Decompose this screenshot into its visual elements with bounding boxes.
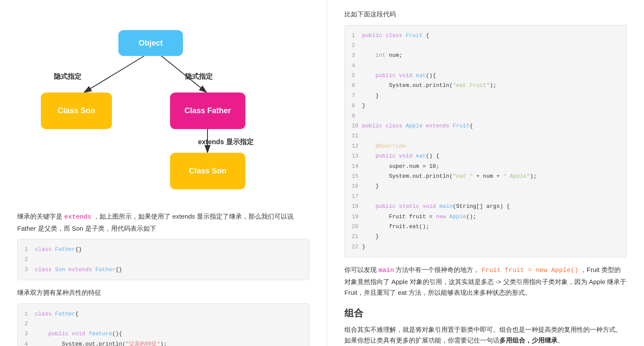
code-line: 1 class Father{}: [25, 244, 302, 254]
label-implicit-left: 隐式指定: [54, 72, 81, 81]
class-son-right-box: Class Son: [170, 153, 245, 189]
code-line: 15 System.out.println("eat " + num + " A…: [352, 171, 619, 181]
inheritance-feature-text: 继承双方拥有某种共性的特征: [17, 287, 310, 298]
code-line: 21 }: [352, 232, 619, 241]
code-line: 9: [352, 111, 619, 121]
code-line: 10 public class Apple extends Fruit{: [352, 121, 619, 131]
code-line: 5 public void eat(){: [352, 71, 619, 80]
intro-text: 比如下面这段代码: [344, 9, 627, 20]
combination-title: 组合: [344, 307, 627, 320]
object-box: Object: [118, 30, 183, 56]
code-line: 7 }: [352, 91, 619, 101]
right-panel: 比如下面这段代码 1 public class Fruit { 2 3 int …: [327, 0, 644, 346]
code-line: 1 class Father{: [25, 309, 302, 319]
code-line: 19 Fruit fruit = new Apple();: [352, 212, 619, 222]
code-line: 8 }: [352, 101, 619, 111]
code-line: 12 @Override: [352, 141, 619, 151]
code-block-1: 1 class Father{} 2 3 class Son extends F…: [17, 239, 310, 280]
label-implicit-right: 隐式指定: [185, 72, 213, 81]
inheritance-diagram: Object 隐式指定 隐式指定 Class Son Class Father …: [17, 9, 310, 202]
code-line: 20 fruit.eat();: [352, 222, 619, 232]
combination-text: 组合其实不难理解，就是将对象引用置于新类中即可。组合也是一种提高类的复用性的一种…: [344, 324, 627, 346]
code-line: 14 super.num = 10;: [352, 161, 619, 171]
code-line: 1 public class Fruit {: [352, 31, 619, 40]
class-father-box: Class Father: [170, 93, 245, 129]
code-line: 4 System.out.println("父亲的特征");: [25, 339, 302, 346]
code-line: 22 }: [352, 242, 619, 252]
inheritance-description: 继承的关键字是 extends ，如上图所示，如果使用了 extends 显示指…: [17, 211, 310, 234]
code-block-2: 1 class Father{ 2 3 public void feature(…: [17, 303, 310, 346]
code-line: 3 class Son extends Father{}: [25, 265, 302, 275]
code-block-main: 1 public class Fruit { 2 3 int num; 4 5 …: [344, 25, 627, 258]
label-extends: extends 显示指定: [198, 138, 254, 147]
code-line: 11: [352, 131, 619, 141]
code-line: 18 public static void main(String[] args…: [352, 201, 619, 211]
code-line: 2: [25, 319, 302, 329]
observation-paragraph: 你可以发现 main 方法中有一个很神奇的地方， Fruit fruit = n…: [344, 264, 627, 298]
left-panel: Object 隐式指定 隐式指定 Class Son Class Father …: [0, 0, 327, 346]
code-line: 16 }: [352, 181, 619, 191]
code-line: 6 System.out.println("eat Fruit");: [352, 80, 619, 90]
code-line: 3 int num;: [352, 50, 619, 60]
code-line: 3 public void feature(){: [25, 329, 302, 339]
code-line: 2: [25, 254, 302, 264]
svg-line-1: [84, 56, 144, 93]
code-line: 13 public void eat() {: [352, 151, 619, 161]
code-line: 4: [352, 61, 619, 71]
code-line: 17: [352, 192, 619, 201]
code-line: 2: [352, 40, 619, 50]
class-son-left-box: Class Son: [41, 93, 112, 129]
